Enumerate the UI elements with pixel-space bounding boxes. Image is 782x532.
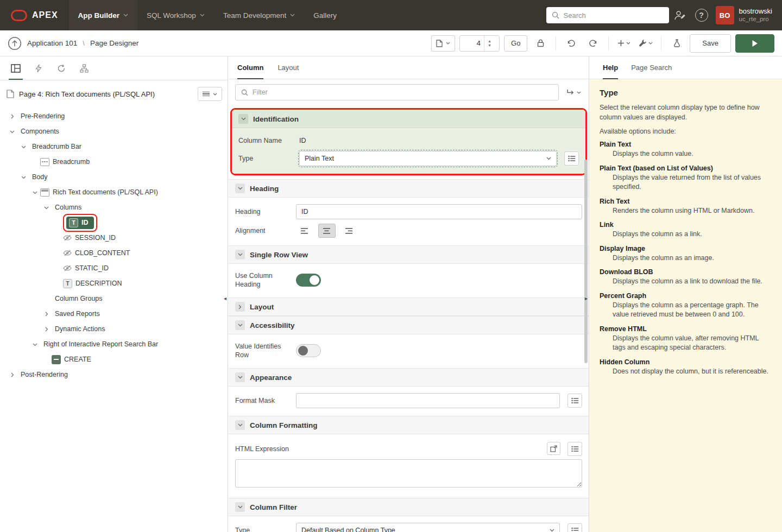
chevron-down-icon[interactable] bbox=[29, 190, 40, 195]
nav-sql-workshop[interactable]: SQL Workshop bbox=[137, 0, 214, 30]
tree-item-id[interactable]: TID bbox=[2, 215, 225, 230]
page-number-input[interactable] bbox=[460, 39, 484, 47]
type-quick-pick-button[interactable] bbox=[564, 151, 579, 166]
user-avatar[interactable]: BO bbox=[716, 6, 734, 24]
heading-input[interactable] bbox=[296, 204, 582, 219]
tab-dynamic-actions[interactable] bbox=[27, 56, 50, 80]
breadcrumb-application-link[interactable]: Application 101 bbox=[27, 39, 77, 47]
collapse-icon[interactable] bbox=[235, 372, 245, 382]
tree-menu-button[interactable] bbox=[198, 87, 222, 101]
panel-collapse-handle-left[interactable]: ◂ bbox=[222, 291, 228, 305]
expand-icon[interactable] bbox=[235, 302, 245, 312]
application-home-icon[interactable] bbox=[8, 36, 22, 50]
page-number-spinner[interactable]: ▲▼ bbox=[459, 35, 500, 52]
tree-item-saved-reports[interactable]: Saved Reports bbox=[2, 306, 225, 321]
tree-item-description[interactable]: TDESCRIPTION bbox=[2, 276, 225, 291]
html-expression-textarea[interactable] bbox=[235, 459, 582, 487]
tab-rendering[interactable] bbox=[4, 56, 27, 80]
nav-team-development[interactable]: Team Development bbox=[214, 0, 304, 30]
lock-button[interactable] bbox=[532, 35, 549, 52]
tree-item-rich-text-documents-pl-sql-api[interactable]: Rich Text documents (PL/SQL API) bbox=[2, 185, 225, 200]
tree-item-right-of-interactive-report-search-bar[interactable]: Right of Interactive Report Search Bar bbox=[2, 337, 225, 352]
utilities-menu-button[interactable] bbox=[637, 35, 654, 52]
value-identifies-row-toggle[interactable] bbox=[296, 344, 321, 357]
tree-item-body[interactable]: Body bbox=[2, 169, 225, 185]
tab-column[interactable]: Column bbox=[237, 56, 263, 79]
chevron-right-icon[interactable] bbox=[7, 114, 17, 119]
nav-app-builder[interactable]: App Builder bbox=[69, 0, 138, 30]
create-menu-button[interactable] bbox=[615, 35, 633, 52]
tree-item-breadcrumb-bar[interactable]: Breadcrumb Bar bbox=[2, 139, 225, 154]
section-appearance-header[interactable]: Appearance bbox=[229, 368, 589, 387]
use-column-heading-toggle[interactable] bbox=[296, 274, 321, 287]
tree-item-pre-rendering[interactable]: Pre-Rendering bbox=[2, 109, 225, 124]
apex-logo[interactable]: APEX bbox=[8, 10, 65, 21]
type-select[interactable]: Plain Text bbox=[299, 151, 557, 166]
collapse-icon[interactable] bbox=[235, 183, 245, 193]
tab-processing[interactable] bbox=[50, 56, 73, 80]
align-right-button[interactable] bbox=[340, 224, 358, 238]
format-mask-quick-pick-button[interactable] bbox=[567, 394, 582, 408]
go-button[interactable]: Go bbox=[504, 35, 527, 52]
search-input[interactable] bbox=[564, 11, 664, 20]
chevron-right-icon[interactable] bbox=[41, 327, 52, 332]
collapse-icon[interactable] bbox=[235, 502, 245, 512]
section-single-row-view-header[interactable]: Single Row View bbox=[229, 245, 589, 264]
tab-page-search[interactable]: Page Search bbox=[631, 56, 672, 79]
selected-tree-node[interactable]: TID bbox=[66, 217, 94, 229]
go-to-group-button[interactable] bbox=[564, 87, 583, 98]
tree-item-post-rendering[interactable]: Post-Rendering bbox=[2, 367, 225, 382]
tree-item-dynamic-actions[interactable]: Dynamic Actions bbox=[2, 321, 225, 337]
chevron-down-icon[interactable] bbox=[18, 175, 29, 180]
chevron-down-icon[interactable] bbox=[41, 205, 52, 210]
section-accessibility-header[interactable]: Accessibility bbox=[229, 316, 589, 334]
section-heading-header[interactable]: Heading bbox=[229, 179, 589, 198]
help-icon[interactable]: ? bbox=[691, 4, 712, 26]
tab-layout[interactable]: Layout bbox=[278, 56, 299, 79]
tree-item-clob-content[interactable]: CLOB_CONTENT bbox=[2, 245, 225, 261]
run-button[interactable] bbox=[735, 34, 774, 53]
spinner-arrows[interactable]: ▲▼ bbox=[484, 36, 495, 51]
redo-button[interactable] bbox=[584, 35, 602, 52]
tree-item-static-id[interactable]: STATIC_ID bbox=[2, 261, 225, 276]
html-expression-quick-pick-button[interactable] bbox=[567, 442, 582, 456]
tree-item-create[interactable]: CREATE bbox=[2, 352, 225, 367]
global-search[interactable] bbox=[546, 7, 669, 23]
section-column-formatting-header[interactable]: Column Formatting bbox=[229, 416, 589, 434]
chevron-down-icon[interactable] bbox=[18, 144, 29, 149]
align-center-button[interactable] bbox=[318, 224, 336, 238]
page-selector-button[interactable] bbox=[431, 35, 455, 52]
filter-input[interactable] bbox=[253, 88, 553, 96]
tab-shared-components[interactable] bbox=[73, 56, 96, 80]
save-button[interactable]: Save bbox=[690, 34, 731, 53]
tab-help[interactable]: Help bbox=[603, 56, 618, 79]
tree-item-column-groups[interactable]: Column Groups bbox=[2, 291, 225, 306]
tree-item-breadcrumb[interactable]: Breadcrumb bbox=[2, 154, 225, 169]
tree-item-columns[interactable]: Columns bbox=[2, 200, 225, 215]
collapse-icon[interactable] bbox=[235, 250, 245, 259]
collapse-icon[interactable] bbox=[235, 420, 245, 430]
chevron-right-icon[interactable] bbox=[7, 372, 17, 377]
chevron-down-icon[interactable] bbox=[29, 342, 40, 347]
tree-item-session-id[interactable]: SESSION_ID bbox=[2, 230, 225, 245]
spin-up-icon[interactable]: ▲ bbox=[488, 39, 491, 43]
nav-gallery[interactable]: Gallery bbox=[304, 0, 346, 30]
collapse-icon[interactable] bbox=[235, 320, 245, 330]
spin-down-icon[interactable]: ▼ bbox=[488, 43, 491, 48]
section-identification-header[interactable]: Identification bbox=[232, 110, 585, 128]
html-expression-open-editor-button[interactable] bbox=[547, 442, 560, 455]
undo-button[interactable] bbox=[563, 35, 580, 52]
chevron-down-icon[interactable] bbox=[7, 129, 17, 134]
align-left-button[interactable] bbox=[296, 224, 313, 238]
section-column-filter-header[interactable]: Column Filter bbox=[229, 498, 589, 516]
panel-collapse-handle-right[interactable]: ▸ bbox=[583, 291, 589, 305]
property-filter[interactable] bbox=[235, 84, 559, 100]
tree-item-components[interactable]: Components bbox=[2, 124, 225, 139]
format-mask-input[interactable] bbox=[296, 393, 560, 408]
section-layout-header[interactable]: Layout bbox=[229, 297, 589, 316]
admin-user-icon[interactable] bbox=[669, 4, 691, 26]
filter-type-quick-pick-button[interactable] bbox=[567, 523, 582, 532]
collapse-icon[interactable] bbox=[238, 114, 248, 124]
chevron-right-icon[interactable] bbox=[41, 312, 52, 316]
filter-type-select[interactable]: Default Based on Column Type bbox=[296, 523, 560, 532]
